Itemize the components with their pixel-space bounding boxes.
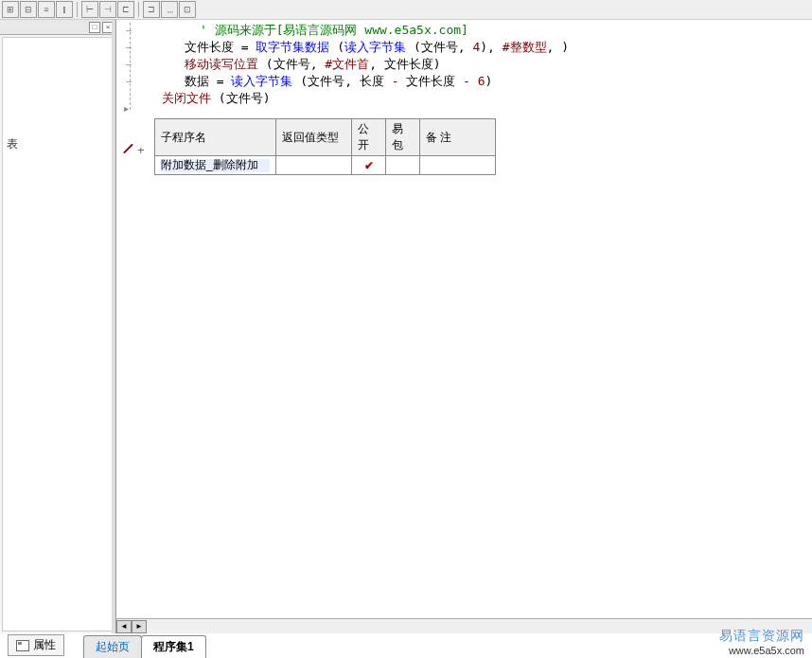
subroutine-name-input[interactable] (161, 159, 270, 172)
pencil-icon (122, 143, 135, 156)
code-content: ' 源码来源于[易语言源码网 www.e5a5x.com] 文件长度 = 取字节… (116, 20, 812, 175)
left-panel: □ × 表 (0, 20, 116, 633)
toolbar-btn-2[interactable]: ⊟ (20, 1, 37, 18)
toolbar-btn-3[interactable]: ≡ (38, 1, 55, 18)
header-yibao: 易包 (386, 119, 420, 156)
code-line-5[interactable]: 关闭文件 (文件号) (154, 90, 812, 107)
tab-program-set[interactable]: 程序集1 (141, 635, 206, 658)
main-area: □ × 表 ▸ ' 源码来源于[易语言源码网 www.e5a5x.com] 文件… (0, 20, 812, 633)
code-line-3[interactable]: 移动读写位置 (文件号, #文件首, 文件长度) (154, 56, 812, 73)
header-public: 公开 (352, 119, 386, 156)
cell-remark[interactable] (420, 156, 496, 175)
watermark-title: 易语言资源网 (719, 628, 804, 645)
toolbar-btn-5[interactable]: ⊢ (81, 1, 98, 18)
toolbar-btn-9[interactable]: ⎵ (161, 1, 178, 18)
toolbar-btn-10[interactable]: ⊡ (179, 1, 196, 18)
watermark: 易语言资源网 www.e5a5x.com (719, 628, 804, 656)
left-scroll[interactable] (112, 20, 115, 633)
cell-return-type[interactable] (276, 156, 352, 175)
header-return-type: 返回值类型 (276, 119, 352, 156)
horizontal-scrollbar[interactable]: ◄ ► (116, 618, 812, 633)
subroutine-table-wrap: + 子程序名 返回值类型 公开 易包 备 注 ✔ (154, 118, 812, 175)
code-editor[interactable]: ▸ ' 源码来源于[易语言源码网 www.e5a5x.com] 文件长度 = 取… (116, 20, 812, 633)
toolbar-btn-1[interactable]: ⊞ (2, 1, 19, 18)
gutter-line (130, 23, 131, 110)
cell-public[interactable]: ✔ (352, 156, 386, 175)
gutter-tick (126, 30, 132, 31)
subroutine-table: 子程序名 返回值类型 公开 易包 备 注 ✔ (154, 118, 496, 175)
watermark-url: www.e5a5x.com (719, 645, 804, 656)
properties-tab[interactable]: 属性 (8, 634, 64, 656)
tab-start-page[interactable]: 起始页 (83, 635, 142, 658)
table-header-row: 子程序名 返回值类型 公开 易包 备 注 (155, 119, 496, 156)
toolbar-btn-6[interactable]: ⊣ (99, 1, 116, 18)
add-row-button[interactable]: + (137, 143, 145, 157)
toolbar-btn-7[interactable]: ⊏ (117, 1, 134, 18)
properties-icon (16, 640, 29, 651)
cell-yibao[interactable] (386, 156, 420, 175)
left-panel-header: □ × (0, 20, 115, 35)
toolbar-btn-8[interactable]: ⊐ (143, 1, 160, 18)
editor-tabs: 起始页 程序集1 (83, 635, 205, 658)
gutter-arrow-icon: ▸ (124, 103, 129, 114)
code-line-2[interactable]: 文件长度 = 取字节集数据 (读入字节集 (文件号, 4), #整数型, ) (154, 39, 812, 56)
properties-label: 属性 (33, 637, 56, 653)
toolbar: ⊞ ⊟ ≡ ⫿ ⊢ ⊣ ⊏ ⊐ ⎵ ⊡ (0, 0, 812, 20)
cell-name[interactable] (155, 156, 276, 175)
left-panel-label: 表 (7, 136, 109, 152)
table-row[interactable]: ✔ (155, 156, 496, 175)
header-name: 子程序名 (155, 119, 276, 156)
scroll-right-button[interactable]: ► (132, 620, 147, 633)
code-line-comment[interactable]: ' 源码来源于[易语言源码网 www.e5a5x.com] (154, 22, 812, 39)
gutter-tick (126, 81, 132, 82)
bottom-bar: 属性 起始页 程序集1 易语言资源网 www.e5a5x.com (0, 633, 812, 658)
gutter-tick (126, 47, 132, 48)
left-panel-content: 表 (2, 37, 114, 631)
code-line-4[interactable]: 数据 = 读入字节集 (文件号, 长度 - 文件长度 - 6) (154, 73, 812, 90)
gutter-tick (126, 64, 132, 65)
header-remark: 备 注 (420, 119, 496, 156)
checkmark-icon: ✔ (358, 159, 380, 172)
toolbar-btn-4[interactable]: ⫿ (56, 1, 73, 18)
panel-pin-icon[interactable]: □ (89, 22, 100, 33)
scroll-left-button[interactable]: ◄ (116, 620, 132, 633)
